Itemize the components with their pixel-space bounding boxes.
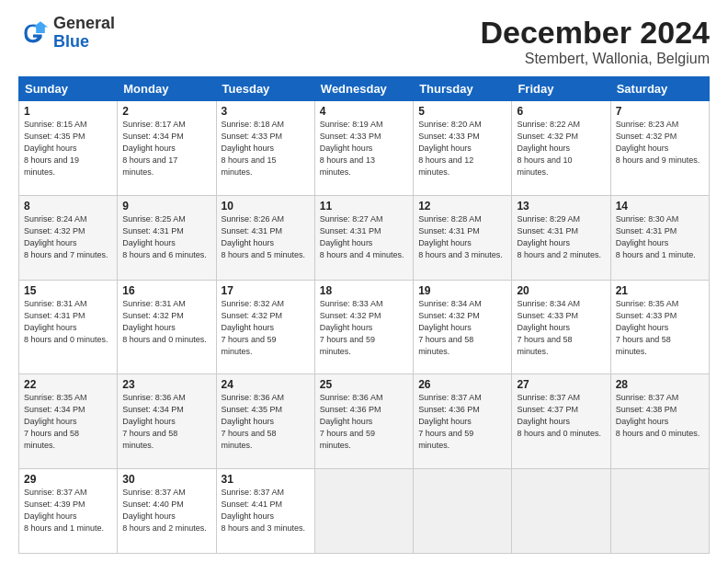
- table-row: 11 Sunrise: 8:27 AMSunset: 4:31 PMDaylig…: [314, 195, 413, 280]
- day-number: 3: [222, 105, 310, 118]
- svg-marker-0: [33, 21, 48, 33]
- day-number: 14: [616, 200, 704, 213]
- day-info: Sunrise: 8:27 AMSunset: 4:31 PMDaylight …: [320, 214, 404, 259]
- table-row: [610, 468, 709, 553]
- table-row: 21 Sunrise: 8:35 AMSunset: 4:33 PMDaylig…: [610, 280, 709, 374]
- day-info: Sunrise: 8:26 AMSunset: 4:31 PMDaylight …: [222, 214, 306, 259]
- table-row: 31 Sunrise: 8:37 AMSunset: 4:41 PMDaylig…: [216, 468, 314, 553]
- logo-text: General Blue: [53, 15, 115, 52]
- day-number: 21: [616, 284, 704, 297]
- day-info: Sunrise: 8:36 AMSunset: 4:35 PMDaylight …: [222, 393, 285, 450]
- table-row: 10 Sunrise: 8:26 AMSunset: 4:31 PMDaylig…: [216, 195, 314, 280]
- logo-blue: Blue: [53, 32, 89, 51]
- table-row: 28 Sunrise: 8:37 AMSunset: 4:38 PMDaylig…: [610, 374, 709, 469]
- header-row: Sunday Monday Tuesday Wednesday Thursday…: [19, 77, 710, 101]
- day-number: 15: [24, 284, 112, 297]
- day-info: Sunrise: 8:29 AMSunset: 4:31 PMDaylight …: [517, 214, 601, 259]
- col-monday: Monday: [118, 77, 216, 101]
- day-number: 8: [24, 200, 112, 213]
- day-info: Sunrise: 8:37 AMSunset: 4:39 PMDaylight …: [24, 488, 104, 533]
- day-info: Sunrise: 8:35 AMSunset: 4:33 PMDaylight …: [616, 299, 679, 356]
- table-row: [512, 468, 610, 553]
- table-row: 12 Sunrise: 8:28 AMSunset: 4:31 PMDaylig…: [414, 195, 512, 280]
- table-row: 7 Sunrise: 8:23 AMSunset: 4:32 PMDayligh…: [610, 101, 709, 196]
- table-row: 9 Sunrise: 8:25 AMSunset: 4:31 PMDayligh…: [118, 195, 216, 280]
- table-row: 13 Sunrise: 8:29 AMSunset: 4:31 PMDaylig…: [512, 195, 610, 280]
- day-info: Sunrise: 8:18 AMSunset: 4:33 PMDaylight …: [222, 120, 285, 177]
- day-number: 9: [122, 200, 210, 213]
- day-number: 11: [320, 200, 408, 213]
- table-row: 17 Sunrise: 8:32 AMSunset: 4:32 PMDaylig…: [216, 280, 314, 374]
- day-number: 31: [222, 473, 310, 486]
- header: General Blue December 2024 Stembert, Wal…: [18, 15, 710, 67]
- day-number: 30: [122, 473, 210, 486]
- day-number: 4: [320, 105, 408, 118]
- day-info: Sunrise: 8:20 AMSunset: 4:33 PMDaylight …: [418, 120, 482, 177]
- day-info: Sunrise: 8:36 AMSunset: 4:34 PMDaylight …: [122, 393, 186, 450]
- day-info: Sunrise: 8:25 AMSunset: 4:31 PMDaylight …: [122, 214, 207, 259]
- table-row: 24 Sunrise: 8:36 AMSunset: 4:35 PMDaylig…: [216, 374, 314, 469]
- day-info: Sunrise: 8:31 AMSunset: 4:32 PMDaylight …: [122, 299, 207, 344]
- day-info: Sunrise: 8:33 AMSunset: 4:32 PMDaylight …: [320, 299, 383, 356]
- day-info: Sunrise: 8:23 AMSunset: 4:32 PMDaylight …: [616, 120, 700, 165]
- day-number: 25: [320, 378, 408, 391]
- day-number: 18: [320, 284, 408, 297]
- day-number: 12: [418, 200, 506, 213]
- col-tuesday: Tuesday: [216, 77, 314, 101]
- day-info: Sunrise: 8:30 AMSunset: 4:31 PMDaylight …: [616, 214, 696, 259]
- day-info: Sunrise: 8:37 AMSunset: 4:41 PMDaylight …: [222, 488, 306, 533]
- calendar-subtitle: Stembert, Wallonia, Belgium: [480, 51, 710, 67]
- table-row: 18 Sunrise: 8:33 AMSunset: 4:32 PMDaylig…: [314, 280, 413, 374]
- day-info: Sunrise: 8:36 AMSunset: 4:36 PMDaylight …: [320, 393, 383, 450]
- day-number: 5: [418, 105, 506, 118]
- col-sunday: Sunday: [19, 77, 118, 101]
- day-info: Sunrise: 8:32 AMSunset: 4:32 PMDaylight …: [222, 299, 285, 356]
- calendar-title: December 2024: [480, 15, 710, 51]
- day-info: Sunrise: 8:34 AMSunset: 4:32 PMDaylight …: [418, 299, 482, 356]
- table-row: [414, 468, 512, 553]
- day-info: Sunrise: 8:37 AMSunset: 4:40 PMDaylight …: [122, 488, 207, 533]
- logo-icon: [18, 18, 48, 48]
- day-info: Sunrise: 8:31 AMSunset: 4:31 PMDaylight …: [24, 299, 108, 344]
- day-info: Sunrise: 8:34 AMSunset: 4:33 PMDaylight …: [517, 299, 580, 356]
- day-number: 23: [122, 378, 210, 391]
- table-row: 22 Sunrise: 8:35 AMSunset: 4:34 PMDaylig…: [19, 374, 118, 469]
- day-number: 17: [222, 284, 310, 297]
- logo: General Blue: [18, 15, 115, 52]
- table-row: 15 Sunrise: 8:31 AMSunset: 4:31 PMDaylig…: [19, 280, 118, 374]
- day-info: Sunrise: 8:37 AMSunset: 4:36 PMDaylight …: [418, 393, 482, 450]
- table-row: 14 Sunrise: 8:30 AMSunset: 4:31 PMDaylig…: [610, 195, 709, 280]
- day-number: 27: [517, 378, 605, 391]
- day-number: 13: [517, 200, 605, 213]
- table-row: 19 Sunrise: 8:34 AMSunset: 4:32 PMDaylig…: [414, 280, 512, 374]
- col-saturday: Saturday: [610, 77, 709, 101]
- table-row: 4 Sunrise: 8:19 AMSunset: 4:33 PMDayligh…: [314, 101, 413, 196]
- table-row: [314, 468, 413, 553]
- col-friday: Friday: [512, 77, 610, 101]
- table-row: 25 Sunrise: 8:36 AMSunset: 4:36 PMDaylig…: [314, 374, 413, 469]
- table-row: 8 Sunrise: 8:24 AMSunset: 4:32 PMDayligh…: [19, 195, 118, 280]
- day-number: 26: [418, 378, 506, 391]
- day-number: 1: [24, 105, 112, 118]
- col-wednesday: Wednesday: [314, 77, 413, 101]
- day-number: 22: [24, 378, 112, 391]
- logo-general: General: [53, 14, 115, 32]
- table-row: 20 Sunrise: 8:34 AMSunset: 4:33 PMDaylig…: [512, 280, 610, 374]
- day-number: 7: [616, 105, 704, 118]
- day-number: 19: [418, 284, 506, 297]
- table-row: 6 Sunrise: 8:22 AMSunset: 4:32 PMDayligh…: [512, 101, 610, 196]
- calendar-table: Sunday Monday Tuesday Wednesday Thursday…: [18, 76, 710, 554]
- table-row: 16 Sunrise: 8:31 AMSunset: 4:32 PMDaylig…: [118, 280, 216, 374]
- day-number: 10: [222, 200, 310, 213]
- col-thursday: Thursday: [414, 77, 512, 101]
- day-info: Sunrise: 8:37 AMSunset: 4:38 PMDaylight …: [616, 393, 700, 438]
- day-number: 24: [222, 378, 310, 391]
- table-row: 2 Sunrise: 8:17 AMSunset: 4:34 PMDayligh…: [118, 101, 216, 196]
- day-info: Sunrise: 8:35 AMSunset: 4:34 PMDaylight …: [24, 393, 87, 450]
- day-info: Sunrise: 8:15 AMSunset: 4:35 PMDaylight …: [24, 120, 87, 177]
- title-block: December 2024 Stembert, Wallonia, Belgiu…: [480, 15, 710, 67]
- day-info: Sunrise: 8:24 AMSunset: 4:32 PMDaylight …: [24, 214, 108, 259]
- table-row: 23 Sunrise: 8:36 AMSunset: 4:34 PMDaylig…: [118, 374, 216, 469]
- table-row: 1 Sunrise: 8:15 AMSunset: 4:35 PMDayligh…: [19, 101, 118, 196]
- day-number: 20: [517, 284, 605, 297]
